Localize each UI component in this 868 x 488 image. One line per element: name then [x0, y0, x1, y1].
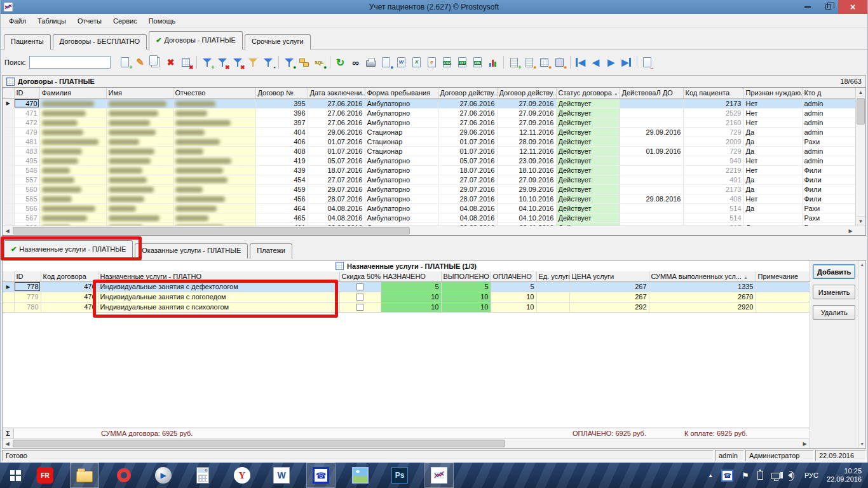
- column-header[interactable]: Кто д: [802, 88, 858, 98]
- cell-form[interactable]: Амбулаторно: [365, 156, 438, 165]
- cell-created-by[interactable]: Рахи: [802, 203, 858, 213]
- cell-created-by[interactable]: admin: [802, 127, 858, 137]
- main-tab-4[interactable]: Срочные услуги: [245, 34, 311, 50]
- cell-id[interactable]: 472: [14, 118, 39, 127]
- cell-status[interactable]: Действует: [556, 98, 620, 108]
- cell-acted-until[interactable]: 01.09.2016: [620, 146, 683, 156]
- main-tab-2[interactable]: Договоры - БЕСПЛАТНО: [53, 34, 147, 50]
- cell-lastname-blurred[interactable]: [39, 118, 106, 127]
- service-row[interactable]: 779470Индивидуальные занятия с логопедом…: [3, 292, 810, 302]
- cell-valid-from[interactable]: 18.07.2016: [438, 165, 497, 175]
- column-header[interactable]: Код договора: [41, 271, 98, 281]
- cell-patient-code[interactable]: 514: [683, 203, 743, 213]
- cell-id[interactable]: 546: [14, 165, 39, 175]
- language-indicator[interactable]: РУС: [804, 471, 818, 479]
- column-header[interactable]: Форма пребывания: [365, 88, 438, 98]
- cell-valid-from[interactable]: 01.07.2016: [438, 137, 497, 146]
- detail-tab-3[interactable]: Платежи: [250, 243, 292, 259]
- taskbar-patients-app-icon[interactable]: [424, 463, 454, 488]
- cell-discount[interactable]: [339, 292, 381, 302]
- cell-status[interactable]: Действует: [556, 175, 620, 184]
- discount-checkbox[interactable]: [356, 304, 363, 311]
- cell-status[interactable]: Действует: [556, 156, 620, 165]
- edit-record-icon[interactable]: ✎: [133, 55, 148, 70]
- filter-show-icon[interactable]: ●: [281, 55, 297, 70]
- cell-status[interactable]: Действует: [556, 194, 620, 203]
- cell-middlename-blurred[interactable]: [173, 98, 255, 108]
- contract-row[interactable]: 47940429.06.2016Стационар29.06.201612.11…: [3, 127, 858, 137]
- column-header[interactable]: Признан нуждаю...: [743, 88, 802, 98]
- cell-unit[interactable]: [536, 281, 569, 292]
- cell-contract-no[interactable]: 408: [255, 146, 308, 156]
- cell-acted-until[interactable]: 29.08.2016: [620, 194, 683, 203]
- cell-created-by[interactable]: admin: [802, 108, 858, 118]
- cell-in-need[interactable]: Нет: [743, 118, 802, 127]
- preview-icon[interactable]: ●: [379, 55, 394, 70]
- cell-lastname-blurred[interactable]: [39, 108, 106, 118]
- menu-item-3[interactable]: Отчеты: [72, 15, 107, 27]
- taskbar-yandex-browser-icon[interactable]: Y: [227, 463, 257, 488]
- cell-concluded[interactable]: 29.07.2016: [308, 184, 365, 194]
- cell-in-need[interactable]: [743, 213, 802, 222]
- minimize-button[interactable]: [797, 0, 818, 14]
- column-header[interactable]: ID: [14, 271, 41, 281]
- tray-volume-icon[interactable]: [788, 472, 796, 478]
- cell-patient-code[interactable]: 729: [683, 146, 743, 156]
- taskbar-clock[interactable]: 10:25 22.09.2016: [827, 467, 862, 484]
- cell-in-need[interactable]: Нет: [743, 194, 802, 203]
- cell-firstname-blurred[interactable]: [106, 175, 173, 184]
- tray-expand-icon[interactable]: ▲: [708, 473, 713, 478]
- cell-status[interactable]: Действует: [556, 118, 620, 127]
- cell-acted-until[interactable]: [620, 175, 683, 184]
- cell-middlename-blurred[interactable]: [173, 184, 255, 194]
- detail-tab-1[interactable]: ✔Назначенные услуги - ПЛАТНЫЕ: [4, 240, 133, 259]
- column-header[interactable]: НАЗНАЧЕНО: [381, 271, 441, 281]
- cell-valid-from[interactable]: 27.06.2016: [438, 98, 497, 108]
- cell-lastname-blurred[interactable]: [39, 137, 106, 146]
- cell-valid-to[interactable]: 18.10.2016: [497, 165, 556, 175]
- cell-form[interactable]: Амбулаторно: [365, 165, 438, 175]
- cell-id[interactable]: 565: [14, 194, 39, 203]
- filter-add-icon[interactable]: +: [200, 55, 215, 70]
- cell-status[interactable]: Действует: [556, 146, 620, 156]
- cell-contract-no[interactable]: 459: [255, 184, 308, 194]
- cell-valid-to[interactable]: 12.11.2016: [497, 146, 556, 156]
- cell-price[interactable]: 267: [569, 281, 649, 292]
- column-header[interactable]: ЦЕНА услуги: [569, 271, 649, 281]
- taskbar-photo-viewer-icon[interactable]: [346, 463, 375, 488]
- cell-assigned[interactable]: 10: [381, 302, 441, 312]
- cell-concluded[interactable]: 01.07.2016: [308, 146, 365, 156]
- cell-firstname-blurred[interactable]: [106, 156, 173, 165]
- cell-in-need[interactable]: Да: [743, 127, 802, 137]
- cell-concluded[interactable]: 28.07.2016: [308, 194, 365, 203]
- cell-lastname-blurred[interactable]: [39, 98, 106, 108]
- cell-valid-from[interactable]: 04.08.2016: [438, 203, 497, 213]
- cell-contract-no[interactable]: 464: [255, 203, 308, 213]
- cell-valid-from[interactable]: 27.06.2016: [438, 118, 497, 127]
- cell-middlename-blurred[interactable]: [173, 146, 255, 156]
- cell-lastname-blurred[interactable]: [39, 194, 106, 203]
- cell-paid[interactable]: 10: [491, 302, 536, 312]
- column-header[interactable]: ОПЛАЧЕНО: [491, 271, 536, 281]
- cell-firstname-blurred[interactable]: [106, 213, 173, 222]
- cell-created-by[interactable]: admin: [802, 118, 858, 127]
- cell-concluded[interactable]: 29.06.2016: [308, 127, 365, 137]
- cell-concluded[interactable]: 05.07.2016: [308, 156, 365, 165]
- insert-subrecord-icon[interactable]: +: [506, 55, 522, 70]
- cell-contract-no[interactable]: 396: [255, 108, 308, 118]
- cell-form[interactable]: Амбулаторно: [365, 175, 438, 184]
- cell-middlename-blurred[interactable]: [173, 118, 255, 127]
- cell-acted-until[interactable]: [620, 213, 683, 222]
- column-header[interactable]: Фамилия: [39, 88, 106, 98]
- export-excel-icon[interactable]: X: [409, 55, 424, 70]
- taskbar-fr-app-icon[interactable]: FR: [31, 463, 60, 488]
- horizontal-scrollbar[interactable]: ◀ ▶: [3, 226, 865, 235]
- cell-middlename-blurred[interactable]: [173, 165, 255, 175]
- cell-id[interactable]: 780: [14, 302, 41, 312]
- scroll-thumb[interactable]: [13, 440, 505, 447]
- search-input[interactable]: [29, 56, 111, 69]
- cell-contract-id[interactable]: 470: [41, 281, 98, 292]
- chart-icon[interactable]: [485, 55, 501, 70]
- menu-item-2[interactable]: Таблицы: [32, 15, 72, 27]
- cell-id[interactable]: 560: [14, 184, 39, 194]
